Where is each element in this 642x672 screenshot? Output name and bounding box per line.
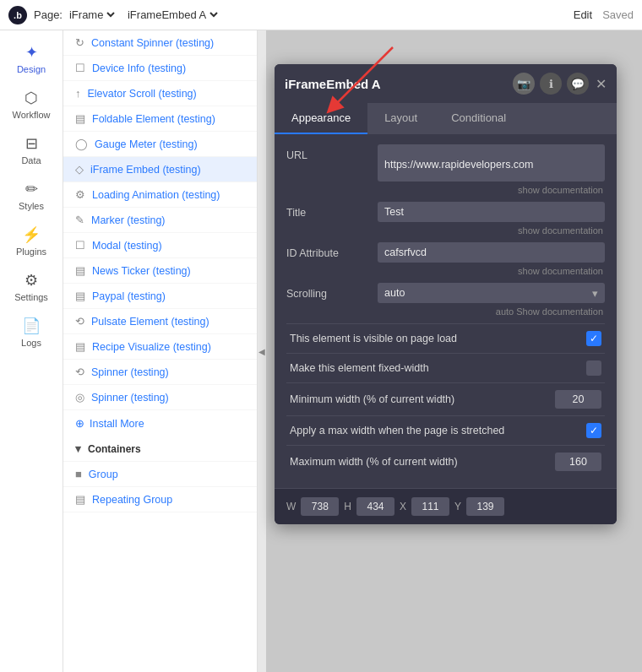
sidebar-item-design[interactable]: ✦ Design — [0, 37, 63, 79]
element-dropdown[interactable]: iFrameEmbed A — [124, 8, 220, 22]
list-item[interactable]: ▤ Foldable Element (testing) — [63, 106, 257, 132]
list-item[interactable]: ▤ Paypal (testing) — [63, 284, 257, 309]
list-item[interactable]: ☐ Modal (testing) — [63, 233, 257, 258]
url-field-row: URL — [286, 144, 605, 182]
list-item[interactable]: ◎ Spinner (testing) — [63, 385, 257, 410]
scrolling-show-doc[interactable]: auto Show documentation — [286, 306, 605, 317]
plus-icon: ⊕ — [75, 417, 84, 430]
sidebar-item-styles[interactable]: ✏ Styles — [0, 174, 63, 216]
page-selector[interactable]: Page: iFrame — [34, 8, 117, 22]
min-width-label: Minimum width (% of current width) — [290, 393, 454, 405]
list-item[interactable]: ▤ Recipe Visualize (testing) — [63, 334, 257, 360]
apply-max-width-checkbox[interactable] — [586, 423, 601, 438]
list-item[interactable]: ◯ Gauge Meter (testing) — [63, 132, 257, 157]
tab-appearance[interactable]: Appearance — [275, 103, 367, 134]
item-label: Foldable Element (testing) — [92, 113, 215, 125]
sidebar-item-label-logs: Logs — [21, 338, 41, 348]
sidebar-item-logs[interactable]: 📄 Logs — [0, 311, 63, 353]
url-input[interactable] — [378, 144, 605, 182]
fixed-width-label: Make this element fixed-width — [290, 362, 429, 374]
page-label: Page: — [34, 8, 63, 21]
edit-button[interactable]: Edit — [574, 8, 592, 21]
sidebar-item-data[interactable]: ⊟ Data — [0, 128, 63, 171]
list-item-group[interactable]: ■ Group — [63, 462, 257, 487]
close-icon[interactable]: ✕ — [596, 76, 607, 92]
item-label: Gauge Meter (testing) — [95, 138, 198, 150]
id-input-area — [378, 242, 605, 263]
tab-conditional[interactable]: Conditional — [434, 103, 523, 134]
id-show-doc[interactable]: show documentation — [286, 266, 605, 276]
item-label: Group — [89, 469, 118, 480]
y-label: Y — [454, 501, 461, 512]
install-more-button[interactable]: ⊕ Install More — [63, 410, 257, 436]
url-show-doc[interactable]: show documentation — [286, 185, 605, 195]
max-width-value-row: Maximum width (% of current width) — [286, 445, 605, 478]
list-item[interactable]: ⟲ Spinner (testing) — [63, 360, 257, 385]
min-width-row: Minimum width (% of current width) — [286, 382, 605, 415]
tab-layout[interactable]: Layout — [367, 103, 434, 134]
list-item[interactable]: ↑ Elevator Scroll (testing) — [63, 81, 257, 106]
max-width-value-label: Maximum width (% of current width) — [290, 456, 458, 468]
x-input[interactable] — [411, 497, 449, 516]
comment-icon[interactable]: 💬 — [567, 73, 589, 95]
group-icon: ■ — [75, 468, 82, 480]
y-input[interactable] — [466, 497, 504, 516]
settings-icon: ⚙ — [21, 270, 41, 290]
recipe-icon: ▤ — [75, 340, 85, 353]
workflow-icon: ⬡ — [21, 88, 41, 108]
sidebar-item-label-styles: Styles — [19, 201, 44, 211]
fixed-width-checkbox-row: Make this element fixed-width — [286, 353, 605, 382]
max-width-input[interactable] — [555, 453, 601, 471]
list-item[interactable]: ↻ Constant Spinner (testing) — [63, 30, 257, 56]
camera-icon[interactable]: 📷 — [513, 73, 535, 95]
visible-checkbox[interactable] — [586, 331, 601, 346]
spinner-icon: ↻ — [75, 36, 84, 49]
list-item-iframe[interactable]: ◇ iFrame Embed (testing) — [63, 157, 257, 182]
id-field-row: ID Attribute — [286, 242, 605, 263]
title-input[interactable] — [378, 202, 605, 222]
modal-icon: ☐ — [75, 239, 85, 252]
list-item[interactable]: ▤ News Ticker (testing) — [63, 258, 257, 284]
page-dropdown[interactable]: iFrame — [66, 8, 117, 22]
panel-title: iFrameEmbed A — [285, 77, 506, 91]
element-selector[interactable]: iFrameEmbed A — [124, 8, 220, 22]
collapse-handle[interactable]: ◀ — [258, 30, 266, 672]
list-item[interactable]: ☐ Device Info (testing) — [63, 56, 257, 81]
item-label: Constant Spinner (testing) — [91, 37, 214, 49]
scrolling-select-wrap: auto yes no ▾ — [378, 283, 605, 303]
h-input[interactable] — [356, 497, 394, 516]
item-label: iFrame Embed (testing) — [90, 164, 201, 176]
sidebar-item-label-workflow: Workflow — [12, 110, 50, 120]
id-label: ID Attribute — [286, 242, 371, 259]
logs-icon: 📄 — [21, 316, 41, 336]
info-icon[interactable]: ℹ — [540, 73, 562, 95]
list-item[interactable]: ✎ Marker (testing) — [63, 208, 257, 233]
apply-max-width-label: Apply a max width when the page is stret… — [290, 425, 504, 436]
sidebar-item-settings[interactable]: ⚙ Settings — [0, 265, 63, 307]
list-item[interactable]: ⚙ Loading Animation (testing) — [63, 182, 257, 208]
iframe-icon: ◇ — [75, 163, 84, 176]
item-label: Recipe Visualize (testing) — [92, 341, 211, 353]
list-item[interactable]: ⟲ Pulsate Element (testing) — [63, 309, 257, 334]
title-show-doc[interactable]: show documentation — [286, 225, 605, 236]
item-label: Spinner (testing) — [91, 366, 169, 378]
containers-section: ▾ Containers — [63, 436, 257, 462]
sidebar-item-workflow[interactable]: ⬡ Workflow — [0, 83, 63, 125]
top-bar: .b Page: iFrame iFrameEmbed A Edit Saved — [0, 0, 642, 30]
panel-tabs: Appearance Layout Conditional — [275, 103, 617, 134]
top-bar-actions: Edit Saved — [574, 8, 634, 21]
sidebar-item-plugins[interactable]: ⚡ Plugins — [0, 219, 63, 262]
foldable-icon: ▤ — [75, 112, 85, 125]
elevator-icon: ↑ — [75, 87, 81, 100]
min-width-input[interactable] — [555, 390, 601, 409]
dimensions-bar: W H X Y — [275, 488, 617, 524]
w-input[interactable] — [301, 497, 339, 516]
id-input[interactable] — [378, 242, 605, 263]
marker-icon: ✎ — [75, 214, 84, 226]
collapse-icon: ◀ — [258, 347, 265, 356]
fixed-width-checkbox[interactable] — [586, 360, 601, 376]
list-item-repeating-group[interactable]: ▤ Repeating Group — [63, 487, 257, 512]
scrolling-select[interactable]: auto yes no — [378, 283, 605, 303]
apply-max-width-row: Apply a max width when the page is stret… — [286, 415, 605, 445]
sidebar-item-label-design: Design — [17, 64, 46, 74]
